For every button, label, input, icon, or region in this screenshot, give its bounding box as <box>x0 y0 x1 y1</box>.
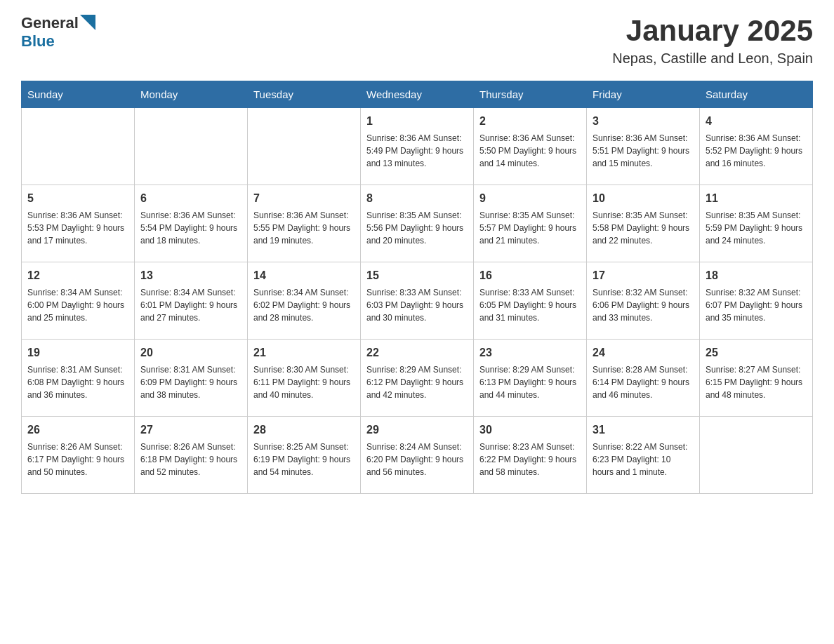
day-number: 9 <box>479 191 581 206</box>
calendar-cell: 30Sunrise: 8:23 AM Sunset: 6:22 PM Dayli… <box>474 417 587 494</box>
day-number: 8 <box>366 191 468 206</box>
calendar-cell: 15Sunrise: 8:33 AM Sunset: 6:03 PM Dayli… <box>361 262 474 340</box>
calendar-cell: 23Sunrise: 8:29 AM Sunset: 6:13 PM Dayli… <box>474 340 587 417</box>
day-info: Sunrise: 8:27 AM Sunset: 6:15 PM Dayligh… <box>706 363 807 401</box>
day-info: Sunrise: 8:31 AM Sunset: 6:08 PM Dayligh… <box>27 363 128 401</box>
day-number: 31 <box>593 422 694 438</box>
logo: General Blue <box>21 14 95 51</box>
day-number: 30 <box>479 422 581 438</box>
day-info: Sunrise: 8:35 AM Sunset: 5:56 PM Dayligh… <box>366 209 468 247</box>
logo-general-text: General <box>21 14 79 32</box>
calendar-cell: 16Sunrise: 8:33 AM Sunset: 6:05 PM Dayli… <box>474 262 587 340</box>
day-info: Sunrise: 8:34 AM Sunset: 6:00 PM Dayligh… <box>27 286 128 324</box>
calendar-cell: 31Sunrise: 8:22 AM Sunset: 6:23 PM Dayli… <box>587 417 700 494</box>
calendar-cell: 2Sunrise: 8:36 AM Sunset: 5:50 PM Daylig… <box>474 108 587 185</box>
day-number: 12 <box>27 268 128 283</box>
calendar-cell <box>22 108 135 185</box>
day-info: Sunrise: 8:35 AM Sunset: 5:57 PM Dayligh… <box>479 209 581 247</box>
day-number: 26 <box>27 422 128 438</box>
day-number: 22 <box>366 345 468 361</box>
day-info: Sunrise: 8:36 AM Sunset: 5:55 PM Dayligh… <box>253 209 355 247</box>
day-number: 6 <box>140 191 241 206</box>
logo-blue-text: Blue <box>21 32 55 50</box>
day-number: 27 <box>140 422 241 438</box>
day-info: Sunrise: 8:36 AM Sunset: 5:51 PM Dayligh… <box>593 132 694 170</box>
calendar-cell: 24Sunrise: 8:28 AM Sunset: 6:14 PM Dayli… <box>587 340 700 417</box>
day-number: 16 <box>479 268 581 283</box>
calendar-cell: 9Sunrise: 8:35 AM Sunset: 5:57 PM Daylig… <box>474 185 587 262</box>
svg-marker-0 <box>80 15 95 30</box>
day-number: 7 <box>253 191 355 206</box>
day-info: Sunrise: 8:36 AM Sunset: 5:49 PM Dayligh… <box>366 132 468 170</box>
calendar-cell: 1Sunrise: 8:36 AM Sunset: 5:49 PM Daylig… <box>361 108 474 185</box>
calendar-subtitle: Nepas, Castille and Leon, Spain <box>612 51 813 67</box>
calendar-cell: 29Sunrise: 8:24 AM Sunset: 6:20 PM Dayli… <box>361 417 474 494</box>
day-number: 17 <box>593 268 694 283</box>
calendar-cell <box>135 108 248 185</box>
calendar-cell: 6Sunrise: 8:36 AM Sunset: 5:54 PM Daylig… <box>135 185 248 262</box>
calendar-cell: 3Sunrise: 8:36 AM Sunset: 5:51 PM Daylig… <box>587 108 700 185</box>
day-info: Sunrise: 8:25 AM Sunset: 6:19 PM Dayligh… <box>253 441 355 478</box>
page-header: General Blue January 2025 Nepas, Castill… <box>21 14 813 67</box>
day-info: Sunrise: 8:35 AM Sunset: 5:59 PM Dayligh… <box>706 209 807 247</box>
calendar-cell <box>700 417 813 494</box>
day-number: 13 <box>140 268 241 283</box>
day-number: 2 <box>479 114 581 129</box>
calendar-cell: 28Sunrise: 8:25 AM Sunset: 6:19 PM Dayli… <box>248 417 361 494</box>
day-number: 25 <box>706 345 807 361</box>
weekday-header-wednesday: Wednesday <box>361 81 474 108</box>
weekday-header-tuesday: Tuesday <box>248 81 361 108</box>
calendar-cell: 14Sunrise: 8:34 AM Sunset: 6:02 PM Dayli… <box>248 262 361 340</box>
day-info: Sunrise: 8:22 AM Sunset: 6:23 PM Dayligh… <box>593 441 694 478</box>
day-number: 10 <box>593 191 694 206</box>
day-info: Sunrise: 8:29 AM Sunset: 6:12 PM Dayligh… <box>366 363 468 401</box>
day-info: Sunrise: 8:36 AM Sunset: 5:52 PM Dayligh… <box>706 132 807 170</box>
day-info: Sunrise: 8:34 AM Sunset: 6:02 PM Dayligh… <box>253 286 355 324</box>
day-info: Sunrise: 8:35 AM Sunset: 5:58 PM Dayligh… <box>593 209 694 247</box>
day-number: 28 <box>253 422 355 438</box>
weekday-header-row: SundayMondayTuesdayWednesdayThursdayFrid… <box>22 81 813 108</box>
day-info: Sunrise: 8:31 AM Sunset: 6:09 PM Dayligh… <box>140 363 241 401</box>
calendar-week-row: 26Sunrise: 8:26 AM Sunset: 6:17 PM Dayli… <box>22 417 813 494</box>
calendar-week-row: 12Sunrise: 8:34 AM Sunset: 6:00 PM Dayli… <box>22 262 813 340</box>
day-number: 18 <box>706 268 807 283</box>
day-number: 21 <box>253 345 355 361</box>
weekday-header-thursday: Thursday <box>474 81 587 108</box>
calendar-cell: 21Sunrise: 8:30 AM Sunset: 6:11 PM Dayli… <box>248 340 361 417</box>
calendar-table: SundayMondayTuesdayWednesdayThursdayFrid… <box>21 81 813 494</box>
calendar-cell: 20Sunrise: 8:31 AM Sunset: 6:09 PM Dayli… <box>135 340 248 417</box>
day-number: 14 <box>253 268 355 283</box>
day-info: Sunrise: 8:24 AM Sunset: 6:20 PM Dayligh… <box>366 441 468 478</box>
day-info: Sunrise: 8:32 AM Sunset: 6:07 PM Dayligh… <box>706 286 807 324</box>
day-info: Sunrise: 8:33 AM Sunset: 6:05 PM Dayligh… <box>479 286 581 324</box>
day-info: Sunrise: 8:23 AM Sunset: 6:22 PM Dayligh… <box>479 441 581 478</box>
day-info: Sunrise: 8:36 AM Sunset: 5:50 PM Dayligh… <box>479 132 581 170</box>
day-number: 24 <box>593 345 694 361</box>
day-info: Sunrise: 8:34 AM Sunset: 6:01 PM Dayligh… <box>140 286 241 324</box>
calendar-cell: 25Sunrise: 8:27 AM Sunset: 6:15 PM Dayli… <box>700 340 813 417</box>
calendar-cell: 12Sunrise: 8:34 AM Sunset: 6:00 PM Dayli… <box>22 262 135 340</box>
calendar-cell: 22Sunrise: 8:29 AM Sunset: 6:12 PM Dayli… <box>361 340 474 417</box>
calendar-cell <box>248 108 361 185</box>
calendar-week-row: 1Sunrise: 8:36 AM Sunset: 5:49 PM Daylig… <box>22 108 813 185</box>
title-block: January 2025 Nepas, Castille and Leon, S… <box>612 14 813 67</box>
day-number: 20 <box>140 345 241 361</box>
calendar-cell: 8Sunrise: 8:35 AM Sunset: 5:56 PM Daylig… <box>361 185 474 262</box>
day-number: 1 <box>366 114 468 129</box>
day-number: 11 <box>706 191 807 206</box>
calendar-cell: 19Sunrise: 8:31 AM Sunset: 6:08 PM Dayli… <box>22 340 135 417</box>
day-info: Sunrise: 8:32 AM Sunset: 6:06 PM Dayligh… <box>593 286 694 324</box>
day-info: Sunrise: 8:36 AM Sunset: 5:54 PM Dayligh… <box>140 209 241 247</box>
day-info: Sunrise: 8:33 AM Sunset: 6:03 PM Dayligh… <box>366 286 468 324</box>
calendar-title: January 2025 <box>612 14 813 48</box>
day-number: 15 <box>366 268 468 283</box>
calendar-week-row: 5Sunrise: 8:36 AM Sunset: 5:53 PM Daylig… <box>22 185 813 262</box>
calendar-cell: 13Sunrise: 8:34 AM Sunset: 6:01 PM Dayli… <box>135 262 248 340</box>
calendar-cell: 18Sunrise: 8:32 AM Sunset: 6:07 PM Dayli… <box>700 262 813 340</box>
day-info: Sunrise: 8:30 AM Sunset: 6:11 PM Dayligh… <box>253 363 355 401</box>
calendar-cell: 26Sunrise: 8:26 AM Sunset: 6:17 PM Dayli… <box>22 417 135 494</box>
day-info: Sunrise: 8:26 AM Sunset: 6:18 PM Dayligh… <box>140 441 241 478</box>
day-number: 29 <box>366 422 468 438</box>
day-number: 3 <box>593 114 694 129</box>
day-info: Sunrise: 8:29 AM Sunset: 6:13 PM Dayligh… <box>479 363 581 401</box>
